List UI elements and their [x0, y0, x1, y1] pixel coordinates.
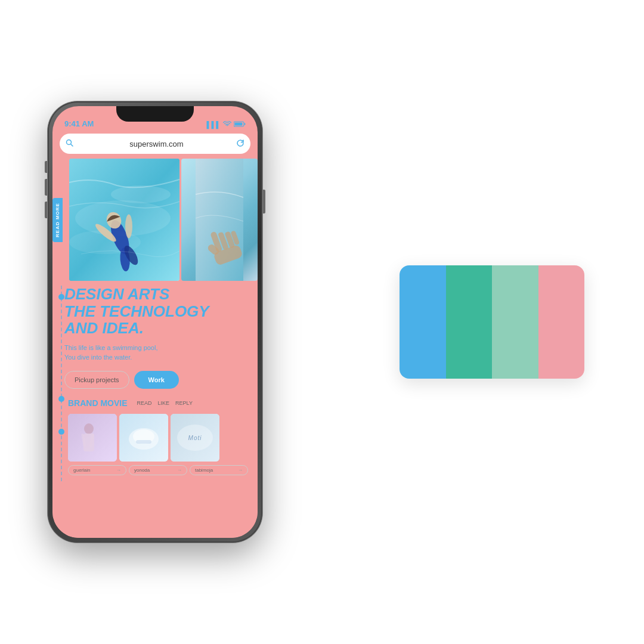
brand-action-like[interactable]: LIKE [158, 400, 170, 406]
palette-swatch-3 [492, 265, 538, 379]
url-display: superswim.com [77, 140, 236, 148]
hero-side-image [181, 159, 258, 281]
brand-action-reply[interactable]: REPLY [175, 400, 193, 406]
brand-tag-1[interactable]: guerlain → [68, 465, 126, 475]
timeline-dot-3 [58, 429, 64, 435]
phone-mockup: 9:41 AM ▌▌▌ [48, 101, 262, 543]
phone-screen: 9:41 AM ▌▌▌ [52, 106, 258, 538]
palette-swatch-1 [400, 265, 446, 379]
brand-header: BRAND MOVIE READ LIKE REPLY [68, 398, 248, 408]
thumbnail-1[interactable] [68, 414, 117, 462]
svg-text:Moti: Moti [188, 435, 202, 441]
thumbnail-3[interactable]: Moti [171, 414, 219, 462]
thumbnail-2[interactable] [119, 414, 168, 462]
tag-arrow-3: → [238, 467, 243, 473]
brand-section: BRAND MOVIE READ LIKE REPLY [52, 389, 258, 475]
svg-line-4 [71, 144, 73, 147]
subtext: This life is like a swimming pool, You d… [64, 343, 258, 363]
svg-rect-31 [136, 440, 151, 444]
svg-point-24 [84, 423, 94, 434]
tag-arrow-1: → [116, 467, 121, 473]
brand-tag-3[interactable]: tabimoja → [190, 465, 248, 475]
signal-icon: ▌▌▌ [207, 121, 221, 128]
svg-point-8 [111, 185, 171, 203]
pickup-button[interactable]: Pickup projects [64, 371, 129, 389]
thumbnails-row: Moti [68, 414, 248, 462]
status-time: 9:41 AM [64, 119, 94, 128]
brand-tag-2[interactable]: yonoda → [129, 465, 187, 475]
wifi-icon [223, 121, 231, 128]
hero-section: READ MORE [52, 159, 258, 281]
subtext-line2: You dive into the water. [64, 352, 258, 363]
search-icon [66, 139, 73, 148]
subtext-line1: This life is like a swimming pool, [64, 343, 258, 353]
volume-down-button [45, 202, 47, 218]
timeline-dot-2 [58, 396, 64, 402]
palette-swatch-2 [446, 265, 493, 379]
phone-shell: 9:41 AM ▌▌▌ [48, 101, 262, 543]
reload-icon[interactable] [236, 139, 244, 149]
timeline-dot-1 [58, 294, 64, 300]
svg-point-13 [125, 215, 132, 239]
phone-notch [116, 106, 194, 122]
scene: 9:41 AM ▌▌▌ [0, 0, 644, 644]
volume-up-button [45, 179, 47, 196]
work-button[interactable]: Work [134, 371, 179, 389]
hero-main-image [69, 159, 179, 281]
headline-section: DESIGN ARTS THE TECHNOLOGY AND IDEA. Thi… [52, 286, 258, 363]
status-icons: ▌▌▌ [207, 121, 246, 128]
color-palette-card [400, 265, 584, 379]
page-content: READ MORE [52, 159, 258, 538]
address-bar[interactable]: superswim.com [60, 134, 250, 154]
brand-title: BRAND MOVIE [68, 398, 128, 408]
tag-arrow-2: → [177, 467, 182, 473]
battery-icon [234, 121, 246, 128]
svg-rect-1 [244, 123, 246, 125]
palette-swatch-4 [538, 265, 585, 379]
mute-button [45, 161, 47, 173]
brand-tags: guerlain → yonoda → tabimoja → [68, 465, 248, 475]
read-more-tab[interactable]: READ MORE [52, 198, 63, 242]
power-button [263, 190, 265, 213]
brand-actions: READ LIKE REPLY [137, 400, 193, 406]
brand-action-read[interactable]: READ [137, 400, 152, 406]
headline-line2: THE TECHNOLOGY [64, 303, 258, 320]
headline-line3: AND IDEA. [64, 320, 258, 337]
svg-rect-2 [235, 123, 243, 126]
timeline-line [61, 286, 62, 481]
headline-line1: DESIGN ARTS [64, 286, 258, 303]
buttons-row: Pickup projects Work [52, 371, 258, 389]
